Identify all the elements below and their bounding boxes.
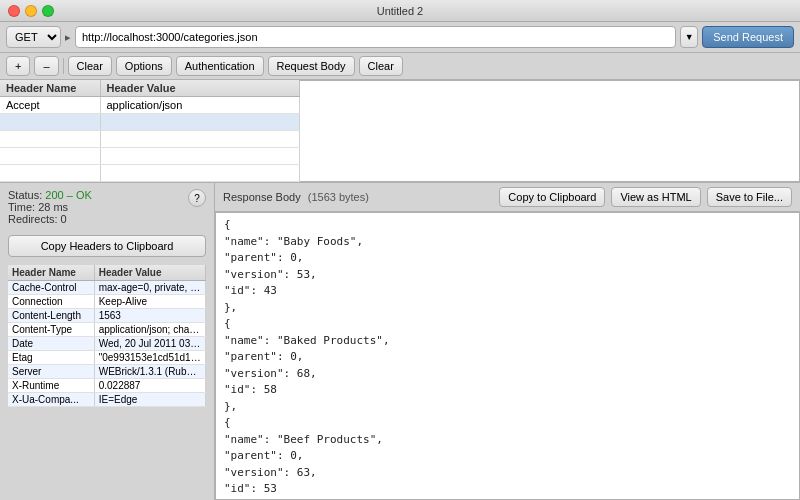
redirects-value: 0 bbox=[61, 213, 67, 225]
req-header-name-col: Header Name bbox=[0, 80, 100, 97]
help-button[interactable]: ? bbox=[188, 189, 206, 207]
body-line: { bbox=[224, 316, 791, 333]
request-headers-panel: Header Name Header Value Accept applicat… bbox=[0, 80, 300, 182]
table-row: X-Runtime0.022887 bbox=[8, 379, 206, 393]
top-section: Header Name Header Value Accept applicat… bbox=[0, 80, 800, 183]
table-row bbox=[0, 148, 300, 165]
url-separator: ▸ bbox=[65, 31, 71, 44]
body-line: "parent": 0, bbox=[224, 448, 791, 465]
body-line: "id": 43 bbox=[224, 283, 791, 300]
response-headers-table: Header Name Header Value Cache-Controlma… bbox=[8, 265, 206, 407]
body-line: "parent": 0, bbox=[224, 250, 791, 267]
body-line: { bbox=[224, 217, 791, 234]
resp-hdr-name-col: Header Name bbox=[8, 265, 94, 281]
method-select[interactable]: GET bbox=[6, 26, 61, 48]
remove-header-button[interactable]: – bbox=[34, 56, 58, 76]
options-button[interactable]: Options bbox=[116, 56, 172, 76]
resp-hdr-value-cell: Wed, 20 Jul 2011 03:23:58 GMT bbox=[94, 337, 205, 351]
body-line: "version": 68, bbox=[224, 366, 791, 383]
table-row: Etag"0e993153e1cd51d1010745... bbox=[8, 351, 206, 365]
resp-hdr-name-cell: Etag bbox=[8, 351, 94, 365]
resp-hdr-value-cell: WEBrick/1.3.1 (Ruby/1.8.7/... bbox=[94, 365, 205, 379]
response-body-title: Response Body (1563 bytes) bbox=[223, 191, 493, 203]
resp-hdr-value-cell: 1563 bbox=[94, 309, 205, 323]
body-line: "name": "Baked Products", bbox=[224, 333, 791, 350]
body-line: "id": 53 bbox=[224, 481, 791, 498]
table-row: Content-Typeapplication/json; charset=ut… bbox=[8, 323, 206, 337]
resp-hdr-value-cell: IE=Edge bbox=[94, 393, 205, 407]
req-header-value-cell: application/json bbox=[100, 97, 300, 114]
view-as-html-button[interactable]: View as HTML bbox=[611, 187, 700, 207]
req-header-name-cell: Accept bbox=[0, 97, 100, 114]
body-line: "name": "Beef Products", bbox=[224, 432, 791, 449]
resp-hdr-name-cell: Content-Type bbox=[8, 323, 94, 337]
time-label: Time: bbox=[8, 201, 35, 213]
table-row: DateWed, 20 Jul 2011 03:23:58 GMT bbox=[8, 337, 206, 351]
resp-hdr-value-cell: Keep-Alive bbox=[94, 295, 205, 309]
request-body-button[interactable]: Request Body bbox=[268, 56, 355, 76]
options-toolbar: + – Clear Options Authentication Request… bbox=[0, 53, 800, 80]
url-dropdown-arrow[interactable]: ▼ bbox=[680, 26, 698, 48]
time-line: Time: 28 ms bbox=[8, 201, 188, 213]
status-label: Status: bbox=[8, 189, 42, 201]
time-value: 28 ms bbox=[38, 201, 68, 213]
resp-hdr-name-cell: Cache-Control bbox=[8, 281, 94, 295]
clear-body-button[interactable]: Clear bbox=[359, 56, 403, 76]
body-line: "name": "Baby Foods", bbox=[224, 234, 791, 251]
resp-hdr-name-cell: X-Runtime bbox=[8, 379, 94, 393]
response-body-content[interactable]: { "name": "Baby Foods", "parent": 0, "ve… bbox=[215, 212, 800, 500]
table-row[interactable]: Accept application/json bbox=[0, 97, 300, 114]
table-row: Cache-Controlmax-age=0, private, must-r.… bbox=[8, 281, 206, 295]
resp-hdr-value-col: Header Value bbox=[94, 265, 205, 281]
status-block: Status: 200 – OK Time: 28 ms Redirects: … bbox=[8, 189, 188, 225]
window-title: Untitled 2 bbox=[377, 5, 423, 17]
bottom-section: Status: 200 – OK Time: 28 ms Redirects: … bbox=[0, 183, 800, 500]
separator1 bbox=[63, 58, 64, 74]
table-row bbox=[0, 165, 300, 182]
add-header-button[interactable]: + bbox=[6, 56, 30, 76]
resp-hdr-name-cell: Connection bbox=[8, 295, 94, 309]
status-line: Status: 200 – OK bbox=[8, 189, 188, 201]
url-input[interactable] bbox=[75, 26, 676, 48]
body-line: "version": 63, bbox=[224, 465, 791, 482]
resp-hdr-name-cell: X-Ua-Compa... bbox=[8, 393, 94, 407]
body-line: { bbox=[224, 415, 791, 432]
table-row: Content-Length1563 bbox=[8, 309, 206, 323]
save-to-file-button[interactable]: Save to File... bbox=[707, 187, 792, 207]
response-body-panel: Response Body (1563 bytes) Copy to Clipb… bbox=[215, 183, 800, 500]
request-headers-table: Header Name Header Value Accept applicat… bbox=[0, 80, 300, 182]
close-button[interactable] bbox=[8, 5, 20, 17]
resp-hdr-value-cell: application/json; charset=utf-8 bbox=[94, 323, 205, 337]
response-info-panel: Status: 200 – OK Time: 28 ms Redirects: … bbox=[0, 183, 215, 500]
resp-hdr-value-cell: 0.022887 bbox=[94, 379, 205, 393]
body-line: "version": 53, bbox=[224, 267, 791, 284]
resp-hdr-value-cell: "0e993153e1cd51d1010745... bbox=[94, 351, 205, 365]
status-row: Status: 200 – OK Time: 28 ms Redirects: … bbox=[8, 189, 206, 225]
table-row: ServerWEBrick/1.3.1 (Ruby/1.8.7/... bbox=[8, 365, 206, 379]
copy-headers-button[interactable]: Copy Headers to Clipboard bbox=[8, 235, 206, 257]
body-line: }, bbox=[224, 300, 791, 317]
title-bar: Untitled 2 bbox=[0, 0, 800, 22]
response-body-header: Response Body (1563 bytes) Copy to Clipb… bbox=[215, 183, 800, 212]
table-row bbox=[0, 114, 300, 131]
table-row: ConnectionKeep-Alive bbox=[8, 295, 206, 309]
req-header-value-col: Header Value bbox=[100, 80, 300, 97]
maximize-button[interactable] bbox=[42, 5, 54, 17]
resp-hdr-name-cell: Date bbox=[8, 337, 94, 351]
send-request-button[interactable]: Send Request bbox=[702, 26, 794, 48]
clear-headers-button[interactable]: Clear bbox=[68, 56, 112, 76]
table-row: X-Ua-Compa...IE=Edge bbox=[8, 393, 206, 407]
minimize-button[interactable] bbox=[25, 5, 37, 17]
table-row bbox=[0, 131, 300, 148]
copy-to-clipboard-button[interactable]: Copy to Clipboard bbox=[499, 187, 605, 207]
body-line: "parent": 0, bbox=[224, 349, 791, 366]
redirects-line: Redirects: 0 bbox=[8, 213, 188, 225]
resp-hdr-value-cell: max-age=0, private, must-r... bbox=[94, 281, 205, 295]
redirects-label: Redirects: bbox=[8, 213, 58, 225]
resp-hdr-name-cell: Content-Length bbox=[8, 309, 94, 323]
authentication-button[interactable]: Authentication bbox=[176, 56, 264, 76]
body-line: "id": 58 bbox=[224, 382, 791, 399]
resp-hdr-name-cell: Server bbox=[8, 365, 94, 379]
request-toolbar: GET ▸ ▼ Send Request bbox=[0, 22, 800, 53]
request-body-panel bbox=[300, 80, 800, 182]
